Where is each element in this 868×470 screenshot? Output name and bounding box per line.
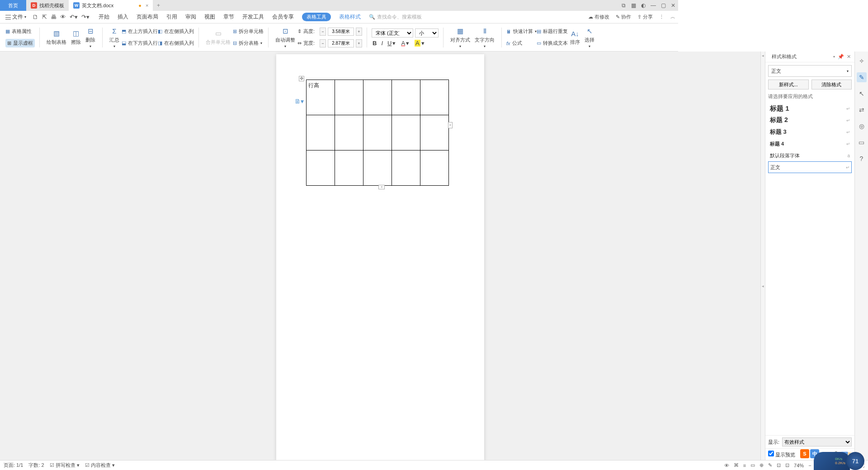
user-icon[interactable]: ◐ [638, 2, 648, 9]
table[interactable]: 行高 [306, 80, 449, 186]
cell[interactable] [335, 115, 363, 150]
font-family-select[interactable]: 宋体 (正文) [372, 28, 413, 38]
cell[interactable] [420, 80, 449, 115]
menu-section[interactable]: 章节 [223, 13, 234, 21]
insert-right-button[interactable]: ◨ 在右侧插入列 [158, 38, 194, 49]
underline-button[interactable]: U▾ [387, 39, 397, 47]
textdir-icon: Ⅱ [480, 27, 489, 36]
export-icon[interactable]: ⇱ [42, 14, 47, 20]
insert-below-button[interactable]: ⬓ 在下方插入行 [122, 38, 158, 49]
cell[interactable] [420, 150, 449, 186]
width-input[interactable] [328, 39, 354, 47]
minimize-button[interactable]: ― [648, 2, 658, 9]
redo-button[interactable]: ↷▾ [81, 14, 90, 20]
height-input[interactable] [328, 28, 354, 36]
quickcalc-button[interactable]: 🖩 快速计算▾ [506, 26, 537, 37]
split-table-button[interactable]: ⊟ 拆分表格▾ [233, 38, 264, 49]
search-icon: 🔍 [369, 14, 375, 20]
cell[interactable] [335, 80, 363, 115]
italic-button[interactable]: I [380, 39, 384, 47]
table-move-handle[interactable]: ✥ [299, 76, 304, 81]
apps-icon[interactable]: ▦ [628, 2, 638, 9]
align-button[interactable]: ▦对齐方式▾ [448, 26, 472, 49]
cell[interactable] [363, 80, 392, 115]
menu-ref[interactable]: 引用 [166, 13, 177, 21]
tab-document[interactable]: W 英文文档.docx ● × [69, 0, 153, 11]
print-icon[interactable]: 🖶 [51, 14, 57, 20]
summary-button[interactable]: Σ汇总▾ [107, 26, 122, 49]
save-icon[interactable]: 🗋 [33, 14, 38, 20]
add-row-handle[interactable]: + [378, 185, 385, 189]
autofit-button[interactable]: ⊡自动调整▾ [273, 26, 297, 49]
file-menu[interactable]: 文件 ▾ [3, 13, 29, 21]
cell[interactable] [392, 115, 420, 150]
cell[interactable] [335, 150, 363, 186]
cell[interactable] [420, 115, 449, 150]
formula-button[interactable]: fx 公式 [506, 38, 537, 49]
menu-dev[interactable]: 开发工具 [242, 13, 264, 21]
delete-icon: ⊟ [86, 27, 95, 36]
delete-button[interactable]: ⊟删除▾ [83, 26, 98, 49]
fx-icon: fx [506, 41, 510, 46]
undo-button[interactable]: ↶▾ [70, 14, 78, 20]
menu-start[interactable]: 开始 [99, 13, 109, 21]
menu-member[interactable]: 会员专享 [272, 13, 294, 21]
menubar: 文件 ▾ 🗋 ⇱ 🖶 👁 ↶▾ ↷▾ 开始 插入 页面布局 引用 审阅 视图 章… [0, 11, 678, 24]
text-dir-button[interactable]: Ⅱ文字方向▾ [472, 26, 497, 49]
document-canvas[interactable]: ✥ 🗎▾ 行高 + + [0, 52, 678, 367]
cell[interactable] [363, 150, 392, 186]
search-box[interactable]: 🔍 查找命令、搜索模板 [369, 14, 422, 20]
select-button[interactable]: ↖选择▾ [582, 26, 597, 49]
layout-icon[interactable]: ⧉ [618, 2, 628, 9]
close-tab-icon[interactable]: × [146, 3, 148, 8]
menu-table-tools[interactable]: 表格工具 [302, 13, 331, 21]
tab-label: 英文文档.docx [82, 2, 113, 9]
erase-button[interactable]: ◫擦除 [69, 28, 83, 47]
quick-access: 🗋 ⇱ 🖶 👁 ↶▾ ↷▾ [33, 14, 90, 20]
changes-button[interactable]: ☁ 有修改 [588, 14, 609, 20]
add-col-handle[interactable]: + [448, 122, 453, 128]
to-text-button[interactable]: ▭ 转换成文本 [537, 38, 568, 49]
split-cell-button[interactable]: ⊞ 拆分单元格 [233, 26, 264, 37]
menu-view[interactable]: 视图 [204, 13, 215, 21]
close-window-button[interactable]: ✕ [668, 2, 678, 9]
draw-table-button[interactable]: ▧绘制表格 [44, 28, 69, 47]
merge-cells-button[interactable]: ▭合并单元格 [203, 28, 233, 47]
cell[interactable] [307, 150, 335, 186]
bold-button[interactable]: B [372, 39, 377, 47]
height-dec[interactable]: − [320, 28, 326, 36]
preview-icon[interactable]: 👁 [60, 14, 66, 20]
menu-layout[interactable]: 页面布局 [137, 13, 158, 21]
cell[interactable] [392, 80, 420, 115]
paragraph-icon[interactable]: 🗎▾ [294, 98, 304, 105]
tab-templates[interactable]: D 找稻壳模板 [26, 0, 69, 11]
sort-button[interactable]: A↓排序 [568, 28, 582, 47]
highlight-button[interactable]: A▾ [414, 39, 426, 47]
tab-home[interactable]: 首页 [0, 0, 26, 11]
menu-review[interactable]: 审阅 [185, 13, 196, 21]
cell[interactable] [363, 115, 392, 150]
coop-button[interactable]: ✎ 协作 [616, 14, 631, 20]
header-repeat-button[interactable]: ▤ 标题行重复 [537, 26, 568, 37]
share-button[interactable]: ⇪ 分享 [637, 14, 653, 20]
merge-icon: ▭ [214, 29, 223, 38]
split-table-icon: ⊟ [233, 40, 237, 46]
maximize-button[interactable]: ▢ [658, 2, 668, 9]
cell[interactable] [392, 150, 420, 186]
insert-left-button[interactable]: ◧ 在左侧插入列 [158, 26, 194, 37]
add-tab-button[interactable]: + [153, 2, 164, 9]
collapse-ribbon-icon[interactable]: ︿ [670, 14, 675, 20]
width-dec[interactable]: − [320, 39, 326, 47]
show-frame-button[interactable]: ⊞显示虚框 [5, 39, 35, 47]
more-icon[interactable]: ⋮ [659, 14, 664, 20]
font-size-select[interactable]: 小四 [415, 28, 439, 38]
menu-insert[interactable]: 插入 [118, 13, 128, 21]
width-inc[interactable]: + [356, 39, 362, 47]
menu-table-style[interactable]: 表格样式 [339, 13, 361, 21]
cell[interactable] [307, 115, 335, 150]
height-inc[interactable]: + [356, 28, 362, 36]
cell[interactable]: 行高 [307, 80, 335, 115]
font-color-button[interactable]: A▾ [400, 39, 411, 47]
insert-above-button[interactable]: ⬒ 在上方插入行 [122, 26, 158, 37]
table-props-button[interactable]: 表格属性 [12, 28, 32, 35]
